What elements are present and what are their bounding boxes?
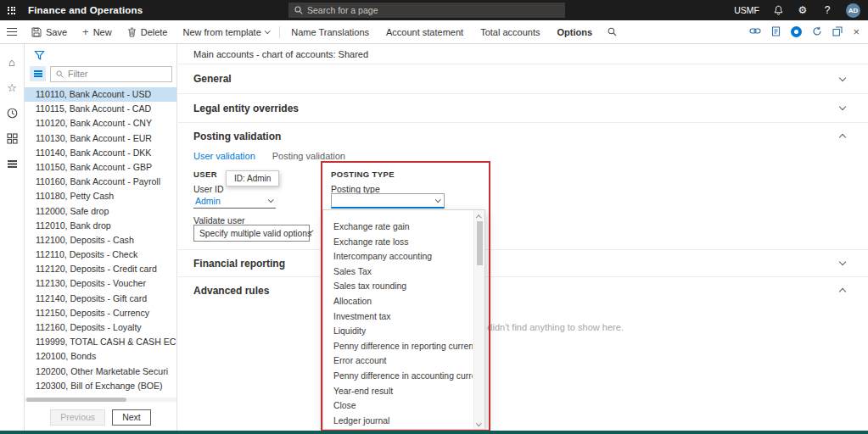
notifications-button[interactable] — [772, 3, 784, 17]
account-list-item[interactable]: 110110, Bank Account - USD — [25, 87, 176, 102]
account-list-item[interactable]: 112100, Deposits - Cash — [25, 233, 176, 248]
account-list-item[interactable]: 120200, Other Marketable Securi — [25, 364, 176, 379]
account-list-item[interactable]: 112120, Deposits - Credit card — [25, 262, 176, 276]
global-search-input[interactable]: Search for a page — [288, 3, 565, 18]
command-search-button[interactable] — [601, 27, 624, 36]
account-list-item[interactable]: 110140, Bank Account - DKK — [25, 146, 176, 160]
account-list-item[interactable]: 120100, Bonds — [25, 349, 176, 364]
account-list-item[interactable]: 112160, Deposits - Loyalty — [25, 320, 176, 335]
new-from-template-button[interactable]: New from template — [175, 20, 277, 43]
dropdown-option[interactable]: Intercompany accounting — [323, 249, 473, 264]
attachments-button[interactable] — [749, 26, 761, 37]
command-tab[interactable]: Name Translations — [283, 20, 378, 43]
financial-reporting-section-header[interactable]: Financial reporting — [178, 250, 868, 277]
command-bar-right-icons: × — [749, 26, 868, 38]
section-general: General — [178, 64, 868, 94]
guide-button[interactable] — [771, 26, 781, 38]
help-button[interactable]: ? — [821, 3, 833, 17]
chevron-down-icon — [839, 103, 846, 110]
close-button[interactable]: × — [853, 26, 860, 37]
company-selector[interactable]: USMF — [734, 5, 759, 15]
account-list-item[interactable]: 112130, Deposits - Voucher — [25, 276, 176, 291]
filter-input[interactable]: Filter — [50, 66, 172, 82]
section-advanced-rules: Advanced rules We didn't find anything t… — [178, 277, 868, 431]
panel-filter-row: Filter — [25, 63, 176, 85]
account-list-item[interactable]: 110130, Bank Account - EUR — [25, 131, 176, 146]
dropdown-option[interactable]: Close — [323, 398, 473, 414]
dropdown-option[interactable]: Penny difference in accounting currency — [323, 369, 473, 384]
advanced-rules-section-header[interactable]: Advanced rules — [178, 277, 868, 303]
general-section-header[interactable]: General — [178, 64, 868, 94]
section-legal-entity-overrides: Legal entity overrides — [178, 94, 868, 123]
account-list-item[interactable]: 112150, Deposits - Currency — [25, 306, 176, 320]
refresh-icon — [812, 26, 822, 36]
dropdown-option[interactable]: Year-end result — [323, 384, 473, 399]
popout-button[interactable] — [832, 26, 843, 38]
paging-controls: Previous Next — [25, 402, 176, 426]
account-list-item[interactable]: 119999, TOTAL CASH & CASH EC — [25, 335, 176, 349]
scroll-down-icon[interactable] — [476, 420, 481, 426]
dropdown-option[interactable]: Sales tax rounding — [323, 279, 473, 294]
save-button[interactable]: Save — [24, 20, 75, 43]
scrollbar-thumb[interactable] — [477, 221, 483, 265]
dropdown-option[interactable]: Exchange rate gain — [323, 220, 473, 235]
scroll-up-icon[interactable] — [476, 215, 481, 220]
account-avatar[interactable]: AD — [846, 3, 860, 18]
app-title: Finance and Operations — [28, 5, 143, 15]
legal-entity-overrides-section-header[interactable]: Legal entity overrides — [178, 94, 868, 123]
validate-user-select[interactable]: Specify multiple valid options — [193, 225, 310, 242]
new-button[interactable]: + New — [75, 20, 120, 43]
posting-validation-section-header[interactable]: Posting validation — [178, 123, 868, 149]
account-list-item[interactable]: 112010, Bank drop — [25, 219, 176, 233]
modules-icon[interactable] — [5, 158, 19, 170]
dropdown-option[interactable]: Liquidity — [323, 324, 473, 339]
account-list-item[interactable]: 112000, Safe drop — [25, 204, 176, 219]
dropdown-option[interactable]: Investment tax — [323, 309, 473, 325]
messages-badge-icon[interactable] — [791, 26, 802, 37]
dropdown-option[interactable]: Penny difference in reporting currency — [323, 339, 473, 354]
settings-button[interactable]: ⚙ — [797, 3, 809, 17]
posting-type-dropdown-flyout: Exchange rate gainExchange rate lossInte… — [322, 209, 485, 430]
recent-icon[interactable] — [5, 107, 19, 120]
help-icon: ? — [825, 5, 831, 15]
filter-funnel-icon[interactable] — [34, 53, 45, 63]
account-list-item[interactable]: 110160, Bank Account - Payroll — [25, 175, 176, 189]
next-button[interactable]: Next — [112, 409, 151, 426]
save-label: Save — [46, 27, 67, 37]
account-list-item[interactable]: 120300, Bill of Exchange (BOE) — [25, 379, 176, 393]
user-id-value: Admin — [195, 196, 221, 206]
dropdown-scrollbar[interactable] — [473, 210, 484, 429]
dropdown-option[interactable]: Allocation — [323, 294, 473, 309]
command-tab[interactable]: Options — [548, 20, 601, 43]
account-list-item[interactable]: 112140, Deposits - Gift card — [25, 292, 176, 306]
empty-state-text: We didn't find anything to show here. — [471, 322, 624, 332]
nav-toggle-button[interactable] — [0, 20, 24, 44]
tab-user-validation[interactable]: User validation — [193, 151, 255, 161]
favorites-icon[interactable]: ☆ — [5, 81, 19, 94]
account-list-item[interactable]: 112110, Deposits - Check — [25, 248, 176, 262]
dropdown-option[interactable]: Sales Tax — [323, 264, 473, 280]
dropdown-option[interactable]: Error account — [323, 353, 473, 369]
workspaces-icon[interactable] — [5, 132, 19, 145]
account-list-item[interactable]: 110180, Petty Cash — [25, 189, 176, 203]
delete-button[interactable]: Delete — [120, 20, 176, 43]
dropdown-option[interactable]: Exchange rate loss — [323, 235, 473, 250]
account-list-item[interactable]: 110120, Bank Account - CNY — [25, 116, 176, 131]
previous-button[interactable]: Previous — [50, 409, 105, 426]
home-icon[interactable]: ⌂ — [5, 56, 19, 69]
command-tab[interactable]: Total accounts — [472, 20, 548, 43]
list-view-toggle[interactable] — [30, 66, 46, 81]
posting-type-combobox[interactable] — [331, 193, 445, 209]
dropdown-option[interactable]: Ledger journal — [323, 414, 473, 429]
account-list-item[interactable]: 110150, Bank Account - GBP — [25, 160, 176, 175]
main-content: Main accounts - chart of accounts: Share… — [178, 44, 868, 431]
account-list-item[interactable]: 110115, Bank Account - CAD — [25, 102, 176, 116]
waffle-menu-button[interactable] — [0, 0, 23, 20]
user-id-combobox[interactable]: Admin — [193, 193, 276, 209]
chevron-down-icon — [839, 74, 846, 81]
command-tab[interactable]: Account statement — [378, 20, 472, 43]
delete-label: Delete — [141, 27, 168, 37]
tab-posting-validation[interactable]: Posting validation — [272, 151, 345, 161]
refresh-button[interactable] — [812, 26, 822, 38]
validate-user-value: Specify multiple valid options — [199, 229, 311, 238]
